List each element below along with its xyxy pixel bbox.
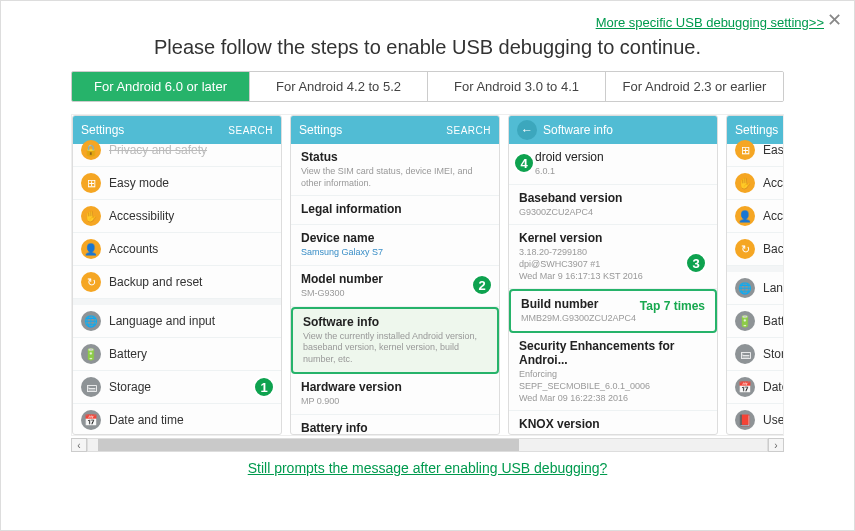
row-easy: Easy m [763, 143, 784, 157]
tap-7-times-label: Tap 7 times [640, 299, 705, 313]
android-version-tabs: For Android 6.0 or later For Android 4.2… [71, 71, 784, 102]
android-version-title: droid version [535, 150, 707, 164]
tab-android-2[interactable]: For Android 2.3 or earlier [606, 72, 783, 101]
baseband-value: G9300ZCU2APC4 [519, 207, 707, 219]
row-accounts: Accounts [109, 242, 158, 256]
tab-android-6[interactable]: For Android 6.0 or later [72, 72, 250, 101]
easy-icon: ⊞ [735, 140, 755, 160]
accounts-icon: 👤 [81, 239, 101, 259]
date-icon: 📅 [81, 410, 101, 430]
row-userma: User ma [763, 413, 784, 427]
status-desc: View the SIM card status, device IMEI, a… [301, 166, 489, 189]
storage-icon: 🖴 [81, 377, 101, 397]
search-label: SEARCH [228, 125, 273, 136]
battery-icon: 🔋 [735, 311, 755, 331]
row-langua: Langua [763, 281, 784, 295]
pane2-title: Settings [299, 123, 342, 137]
battery-icon: 🔋 [81, 344, 101, 364]
pane1-title: Settings [81, 123, 124, 137]
manual-icon: 📕 [735, 410, 755, 430]
row-software-info[interactable]: Software infoView the currently installe… [291, 307, 499, 374]
device-name-value: Samsung Galaxy S7 [301, 247, 489, 259]
row-privacy: Privacy and safety [109, 143, 207, 157]
step-pane-1: SettingsSEARCH 🔒Privacy and safety ⊞Easy… [72, 115, 282, 435]
page-title: Please follow the steps to enable USB de… [1, 36, 854, 59]
row-date: Date and time [109, 413, 184, 427]
search-label: SEARCH [446, 125, 491, 136]
device-name-title: Device name [301, 231, 489, 245]
easy-icon: ⊞ [81, 173, 101, 193]
row-accoun: Accoun [763, 209, 784, 223]
row-storage4: Storage [763, 347, 784, 361]
language-icon: 🌐 [735, 278, 755, 298]
accessibility-icon: ✋ [735, 173, 755, 193]
date-icon: 📅 [735, 377, 755, 397]
more-specific-link[interactable]: More specific USB debugging setting>> [596, 15, 824, 30]
step-pane-3: ←Software info droid version6.0.1 Baseba… [508, 115, 718, 435]
accounts-icon: 👤 [735, 206, 755, 226]
row-date4: Date an [763, 380, 784, 394]
row-battery4: Battery [763, 314, 784, 328]
security-title: Security Enhancements for Androi... [519, 339, 707, 367]
legal-title: Legal information [301, 202, 489, 216]
scroll-thumb[interactable] [98, 439, 519, 451]
language-icon: 🌐 [81, 311, 101, 331]
knox-value: Knox 2.6 Standard SDK 5.6.0 Premium SDK … [519, 433, 707, 435]
model-title: Model number [301, 272, 489, 286]
accessibility-icon: ✋ [81, 206, 101, 226]
battery-info-title: Battery info [301, 421, 489, 435]
row-backup: Backup and reset [109, 275, 202, 289]
back-icon[interactable]: ← [517, 120, 537, 140]
step-badge-2: 2 [471, 274, 493, 296]
row-storage: Storage [109, 380, 151, 394]
step-badge-4: 4 [513, 152, 535, 174]
row-battery: Battery [109, 347, 147, 361]
security-value: Enforcing SEPF_SECMOBILE_6.0.1_0006 Wed … [519, 369, 707, 404]
status-title: Status [301, 150, 489, 164]
scroll-left-arrow[interactable]: ‹ [71, 438, 87, 452]
row-accessibility: Accessibility [109, 209, 174, 223]
lock-icon: 🔒 [81, 140, 101, 160]
android-version-value: 6.0.1 [535, 166, 707, 178]
step-badge-1: 1 [253, 376, 275, 398]
pane3-title: Software info [543, 123, 613, 137]
tab-android-3[interactable]: For Android 3.0 to 4.1 [428, 72, 606, 101]
close-icon[interactable]: ✕ [827, 9, 842, 31]
pane4-title: Settings [735, 123, 778, 137]
tab-android-4[interactable]: For Android 4.2 to 5.2 [250, 72, 428, 101]
horizontal-scrollbar[interactable]: ‹ › [71, 436, 784, 454]
row-language: Language and input [109, 314, 215, 328]
kernel-value: 3.18.20-7299180 dpi@SWHC3907 #1 Wed Mar … [519, 247, 707, 282]
hw-title: Hardware version [301, 380, 489, 394]
backup-icon: ↻ [735, 239, 755, 259]
model-value: SM-G9300 [301, 288, 489, 300]
step-pane-2: SettingsSEARCH StatusView the SIM card s… [290, 115, 500, 435]
row-build-number[interactable]: Build numberMMB29M.G9300ZCU2APC4Tap 7 ti… [509, 289, 717, 333]
hw-value: MP 0.900 [301, 396, 489, 408]
scroll-right-arrow[interactable]: › [768, 438, 784, 452]
steps-scroll-area: SettingsSEARCH 🔒Privacy and safety ⊞Easy… [71, 114, 784, 436]
row-access: Access [763, 176, 784, 190]
backup-icon: ↻ [81, 272, 101, 292]
storage-icon: 🖴 [735, 344, 755, 364]
step-pane-4: Settings ⊞Easy m ✋Access 👤Accoun ↻Backup… [726, 115, 784, 435]
kernel-title: Kernel version [519, 231, 707, 245]
row-backup: Backup [763, 242, 784, 256]
step-badge-3: 3 [685, 252, 707, 274]
knox-title: KNOX version [519, 417, 707, 431]
row-easy-mode: Easy mode [109, 176, 169, 190]
still-prompts-link[interactable]: Still prompts the message after enabling… [248, 460, 608, 476]
baseband-title: Baseband version [519, 191, 707, 205]
